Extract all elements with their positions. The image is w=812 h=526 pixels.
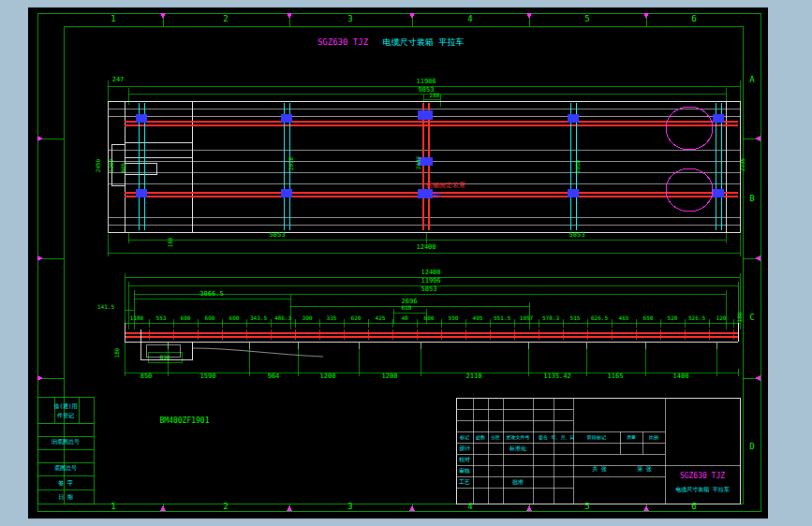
elevation-label: 1165 — [608, 373, 624, 380]
cad-canvas[interactable]: 123456123456ABCDSGZ630 TJZ电缆尺寸装箱 平拉车2471… — [0, 0, 812, 526]
elevation-label: 1135.42 — [543, 373, 571, 380]
elevation-label: 520 — [668, 314, 678, 321]
plan-label: 247 — [112, 76, 125, 83]
elevation-label: 1590 — [200, 373, 216, 380]
elevation-label: 425 — [376, 314, 386, 321]
elevation-label: 495 — [473, 314, 483, 321]
plan-label: 5853 — [270, 231, 286, 239]
title_block-label: 更改文件号 — [507, 434, 530, 440]
plan-label: 11986 — [416, 78, 436, 85]
plan-label: 5853 — [569, 231, 585, 239]
drawing-canvas-background — [28, 7, 768, 519]
grid-label: D — [749, 442, 754, 451]
elevation-label: 526.5 — [688, 314, 705, 321]
title_block-label: 阶段标记 — [587, 434, 606, 441]
elevation-label: 12400 — [421, 269, 440, 276]
elevation-label: 550 — [449, 314, 459, 321]
grid-label: 1 — [111, 502, 115, 511]
register-label: 借(通)用 — [53, 402, 77, 410]
plan-label: 180 — [167, 237, 173, 247]
title_block-label: 设计 — [459, 445, 470, 451]
elevation-label: 2110 — [466, 373, 482, 380]
title_block-label: 分区 — [491, 434, 500, 440]
elevation-label: 578.3 — [542, 314, 559, 321]
elevation-label: 650 — [643, 314, 654, 321]
plan-label: 2018 — [288, 156, 294, 170]
plan-label: 2450 — [95, 158, 101, 172]
elevation-label: 1400 — [673, 373, 689, 380]
elevation-label: 850 — [140, 373, 153, 380]
plan-label: 965 — [120, 162, 126, 172]
title_block-label: 处数 — [476, 434, 485, 441]
elevation-label: 120 — [716, 314, 727, 321]
title_block-label: 标记 — [459, 434, 469, 441]
elevation-label: 180 — [113, 347, 120, 358]
titleblock-name: 电缆尺寸装箱 平拉车 — [675, 486, 730, 493]
grid-label: 4 — [467, 502, 472, 511]
grid-label: 3 — [347, 14, 352, 23]
elevation-label: 600 — [205, 314, 215, 321]
cad-viewer: 123456123456ABCDSGZ630 TJZ电缆尺寸装箱 平拉车2471… — [0, 0, 812, 526]
grid-label: 2 — [223, 14, 228, 23]
elevation-label: 600 — [424, 314, 435, 321]
plan-label: 12400 — [416, 243, 436, 251]
elevation-label: 48 — [401, 314, 408, 321]
elevation-label: 5853 — [421, 285, 437, 293]
title_block-label: 共 张 — [592, 465, 607, 473]
elevation-label: 141.5 — [97, 303, 114, 310]
drawing-title-name: 电缆尺寸装箱 平拉车 — [383, 37, 464, 47]
grid-label: B — [749, 194, 754, 203]
titleblock-model: SGZ630 TJZ — [680, 472, 725, 480]
drawing-number-stamp: BM400ZF1901 — [160, 416, 210, 425]
title_block-label: 质量 — [627, 434, 636, 440]
grid-label: 2 — [223, 502, 228, 511]
elevation-label: 1057 — [520, 314, 534, 321]
title_block-label: 标准化 — [509, 445, 526, 452]
elevation-label: 1180 — [130, 314, 144, 321]
register-label: 件登记 — [57, 412, 74, 418]
title_block-label: 校对 — [458, 456, 470, 462]
register-label: 签 字 — [58, 479, 73, 486]
elevation-label: 465 — [619, 314, 629, 321]
elevation-label: 964 — [268, 373, 280, 380]
elevation-label: 486.3 — [274, 314, 291, 321]
plan-label: 2442 — [415, 155, 421, 169]
grid-label: 3 — [347, 502, 352, 511]
elevation-label: 343.5 — [250, 314, 267, 321]
elevation-label: 626.5 — [591, 314, 608, 321]
plan-label: 288 — [430, 92, 440, 98]
grid-label: 1 — [111, 14, 115, 23]
elevation-label: 180 — [736, 312, 743, 322]
plan-label: 2235 — [739, 157, 746, 171]
elevation-label: 1200 — [382, 373, 398, 380]
elevation-label: 600 — [181, 314, 191, 321]
grid-label: 6 — [691, 502, 696, 511]
grid-label: 5 — [584, 14, 589, 23]
elevation-label: 600 — [229, 314, 240, 321]
plan-label: 1200 — [108, 158, 114, 172]
elevation-label: 515 — [570, 314, 581, 321]
elevation-label: 553 — [156, 314, 167, 321]
title_block-label: 年、月、日 — [552, 434, 575, 441]
register-label: 旧底图总号 — [52, 438, 80, 446]
elevation-label: 628 — [402, 304, 412, 311]
title_block-label: 比例 — [649, 434, 658, 441]
title_block-label: 批准 — [512, 478, 524, 486]
drawing-title-model: SGZ630 TJZ — [317, 37, 369, 47]
title_block-label: 签名 — [539, 434, 548, 441]
elevation-label: 830 — [160, 354, 170, 360]
title_block-label: 第 张 — [637, 465, 652, 473]
elevation-label: 11996 — [421, 277, 440, 285]
grid-label: A — [749, 75, 755, 84]
plan-blue-note: 共4处 — [427, 191, 442, 198]
elevation-label: 335 — [327, 314, 337, 321]
register-label: 日 期 — [58, 493, 73, 501]
title_block-label: 审核 — [459, 467, 470, 474]
plan-red-note: 运输固定装置 — [426, 182, 465, 189]
elevation-label: 300 — [303, 314, 313, 321]
elevation-label: 620 — [351, 314, 362, 321]
elevation-label: 3066.5 — [199, 290, 223, 298]
grid-label: 6 — [691, 14, 696, 23]
grid-label: 5 — [584, 502, 589, 511]
plan-label: 2018 — [574, 159, 581, 173]
